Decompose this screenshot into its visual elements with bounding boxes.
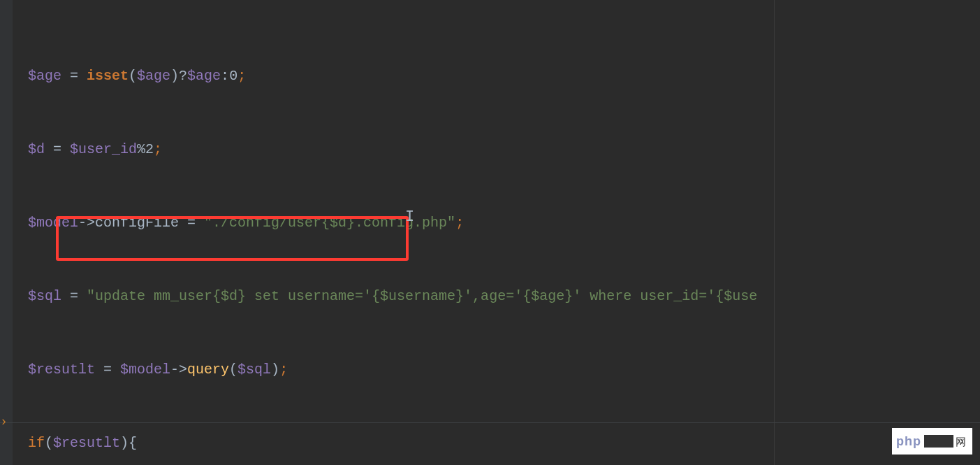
keyword: isset bbox=[87, 68, 129, 84]
code-line[interactable]: $sql = "update mm_user{$d} set username=… bbox=[28, 280, 980, 312]
variable: $model bbox=[28, 215, 78, 231]
text: ; bbox=[279, 362, 288, 378]
text: = bbox=[45, 141, 70, 157]
text: -> bbox=[170, 362, 187, 378]
watermark-text: php bbox=[896, 435, 921, 448]
variable: $age bbox=[137, 68, 170, 84]
text: ; bbox=[154, 141, 162, 157]
gutter bbox=[0, 0, 13, 465]
watermark-badge: php 网 bbox=[892, 428, 972, 455]
text: = bbox=[61, 288, 87, 304]
text: )? bbox=[170, 68, 187, 84]
variable: $age bbox=[28, 68, 61, 84]
variable: $d bbox=[28, 141, 45, 157]
text: -> bbox=[78, 215, 95, 231]
text: = bbox=[95, 362, 120, 378]
number: 0 bbox=[229, 68, 237, 84]
string: "update mm_user{$d} set username='{$user… bbox=[87, 288, 757, 304]
fold-chevron-icon[interactable]: › bbox=[0, 415, 8, 428]
variable: $sql bbox=[28, 288, 61, 304]
text: ){ bbox=[120, 435, 137, 451]
text: : bbox=[221, 68, 229, 84]
variable: $resutlt bbox=[53, 435, 120, 451]
text: ) bbox=[271, 362, 279, 378]
code-line[interactable]: $d = $user_id%2; bbox=[28, 134, 980, 165]
code-area[interactable]: $age = isset($age)?$age:0; $d = $user_id… bbox=[13, 0, 980, 465]
variable: $sql bbox=[237, 362, 271, 378]
code-line[interactable]: if($resutlt){ bbox=[28, 427, 980, 459]
text: = bbox=[61, 68, 87, 84]
variable: $resutlt bbox=[28, 362, 95, 378]
number: 2 bbox=[145, 141, 154, 157]
function: query bbox=[187, 362, 229, 378]
text: ( bbox=[229, 362, 237, 378]
code-editor[interactable]: › $age = isset($age)?$age:0; $d = $user_… bbox=[0, 0, 980, 465]
variable: $age bbox=[187, 68, 221, 84]
keyword: if bbox=[28, 435, 45, 451]
text: ( bbox=[129, 68, 137, 84]
text: ( bbox=[45, 435, 53, 451]
text: configFile = bbox=[95, 215, 204, 231]
string: "./config/user{$d}.config.php" bbox=[204, 215, 455, 231]
text: % bbox=[137, 141, 145, 157]
text: ; bbox=[455, 215, 464, 231]
variable: $user_id bbox=[70, 141, 137, 157]
watermark-text: 网 bbox=[956, 436, 966, 447]
text: ; bbox=[237, 68, 246, 84]
code-line[interactable]: $resutlt = $model->query($sql); bbox=[28, 354, 980, 385]
code-line[interactable]: $age = isset($age)?$age:0; bbox=[28, 60, 980, 92]
watermark-redacted bbox=[924, 435, 953, 448]
variable: $model bbox=[120, 362, 170, 378]
code-line[interactable]: $model->configFile = "./config/user{$d}.… bbox=[28, 207, 980, 238]
